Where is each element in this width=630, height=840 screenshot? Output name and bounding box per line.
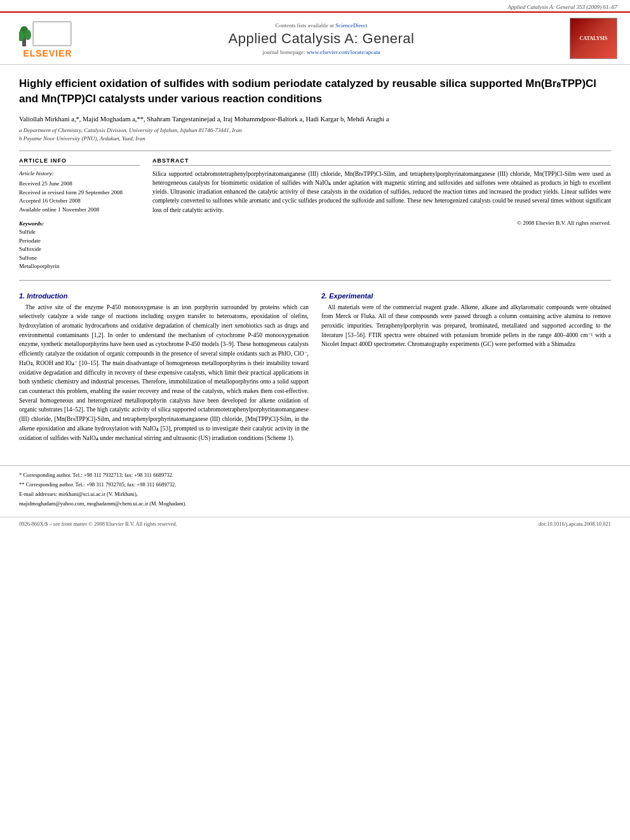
bottom-issn: 0926-860X/$ – see front matter © 2008 El… bbox=[19, 521, 177, 527]
affiliation-b: b Payame Noor University (PNU), Ardakan,… bbox=[19, 135, 145, 142]
journal-top-bar: Applied Catalysis A: General 353 (2009) … bbox=[0, 0, 630, 11]
keyword-3: Sulfoxide bbox=[19, 245, 140, 254]
header-center: Contents lists available at ScienceDirec… bbox=[89, 22, 554, 55]
section2-heading: 2. Experimental bbox=[321, 292, 611, 300]
intro-text: The active site of the enzyme P-450 mono… bbox=[19, 303, 309, 443]
footer-note3: E-mail addresses: mirkhani@sci.ui.ac.ir … bbox=[19, 490, 611, 498]
main-content: 1. Introduction The active site of the e… bbox=[19, 292, 611, 447]
divider-1 bbox=[19, 150, 611, 151]
info-abstract-section: ARTICLE INFO Article history: Received 2… bbox=[19, 157, 611, 271]
bottom-doi: doi:10.1016/j.apcata.2008.10.021 bbox=[539, 521, 611, 527]
affiliations: a Department of Chemistry, Catalysis Div… bbox=[19, 126, 611, 142]
keyword-2: Periodate bbox=[19, 237, 140, 246]
article-info-label: ARTICLE INFO bbox=[19, 157, 140, 166]
history-label: Article history: bbox=[19, 170, 140, 178]
divider-2 bbox=[19, 280, 611, 281]
article-info-col: ARTICLE INFO Article history: Received 2… bbox=[19, 157, 140, 271]
abstract-label: ABSTRACT bbox=[152, 157, 611, 166]
keyword-4: Sulfone bbox=[19, 254, 140, 263]
page-wrapper: Applied Catalysis A: General 353 (2009) … bbox=[0, 0, 630, 840]
science-direct-line: Contents lists available at ScienceDirec… bbox=[89, 22, 554, 29]
svg-rect-4 bbox=[33, 22, 71, 46]
science-direct-link[interactable]: ScienceDirect bbox=[335, 22, 367, 29]
article-body: Highly efficient oxidation of sulfides w… bbox=[0, 65, 630, 459]
copyright-line: © 2008 Elsevier B.V. All rights reserved… bbox=[152, 220, 611, 226]
abstract-text: Silica supported octabromotetraphenylpor… bbox=[152, 170, 611, 215]
affiliation-a: a Department of Chemistry, Catalysis Div… bbox=[19, 127, 242, 133]
catalysis-logo: CATALYSIS bbox=[570, 18, 617, 59]
footer-notes: * Corresponding author. Tel.: +98 311 79… bbox=[19, 471, 611, 507]
journal-header: ELSEVIER Contents lists available at Sci… bbox=[0, 11, 630, 65]
abstract-col: ABSTRACT Silica supported octabromotetra… bbox=[152, 157, 611, 271]
catalysis-logo-text: CATALYSIS bbox=[580, 36, 608, 41]
header-left: ELSEVIER bbox=[13, 18, 83, 58]
journal-homepage: journal homepage: www.elsevier.com/locat… bbox=[89, 49, 554, 55]
article-title: Highly efficient oxidation of sulfides w… bbox=[19, 76, 611, 107]
main-col-left: 1. Introduction The active site of the e… bbox=[19, 292, 309, 447]
footer-note2: ** Corresponding author. Tel.: +98 311 7… bbox=[19, 481, 611, 489]
svg-point-3 bbox=[25, 30, 31, 40]
footer-note4: majidmoghadam@yahoo.com, moghadamm@chem.… bbox=[19, 500, 611, 508]
article-info-block: Article history: Received 25 June 2008 R… bbox=[19, 170, 140, 215]
received-date: Received 25 June 2008 bbox=[19, 180, 140, 189]
header-right: CATALYSIS bbox=[560, 18, 617, 59]
elsevier-logo-svg bbox=[19, 18, 76, 47]
main-col-right: 2. Experimental All materials were of th… bbox=[321, 292, 611, 447]
keywords-label: Keywords: bbox=[19, 220, 140, 227]
keyword-5: Metalloporphyrin bbox=[19, 262, 140, 271]
journal-name: Applied Catalysis A: General bbox=[89, 30, 554, 47]
experimental-text: All materials were of the commercial rea… bbox=[321, 303, 611, 350]
experimental-para1: All materials were of the commercial rea… bbox=[321, 303, 611, 350]
svg-rect-5 bbox=[34, 23, 70, 44]
page-footer: * Corresponding author. Tel.: +98 311 79… bbox=[0, 465, 630, 512]
keyword-1: Sulfide bbox=[19, 228, 140, 237]
keywords-block: Keywords: Sulfide Periodate Sulfoxide Su… bbox=[19, 220, 140, 271]
section1-heading: 1. Introduction bbox=[19, 292, 309, 300]
homepage-url[interactable]: www.elsevier.com/locate/apcata bbox=[307, 49, 380, 55]
available-date: Available online 1 November 2008 bbox=[19, 206, 140, 215]
intro-para1: The active site of the enzyme P-450 mono… bbox=[19, 303, 309, 443]
authors-line: Valiollah Mirkhani a,*, Majid Moghadam a… bbox=[19, 114, 611, 124]
journal-reference: Applied Catalysis A: General 353 (2009) … bbox=[507, 4, 617, 10]
footer-note1: * Corresponding author. Tel.: +98 311 79… bbox=[19, 471, 611, 479]
elsevier-wordmark: ELSEVIER bbox=[23, 48, 72, 58]
revised-date: Received in revised form 29 September 20… bbox=[19, 189, 140, 197]
accepted-date: Accepted 16 October 2008 bbox=[19, 197, 140, 206]
bottom-bar: 0926-860X/$ – see front matter © 2008 El… bbox=[0, 517, 630, 530]
